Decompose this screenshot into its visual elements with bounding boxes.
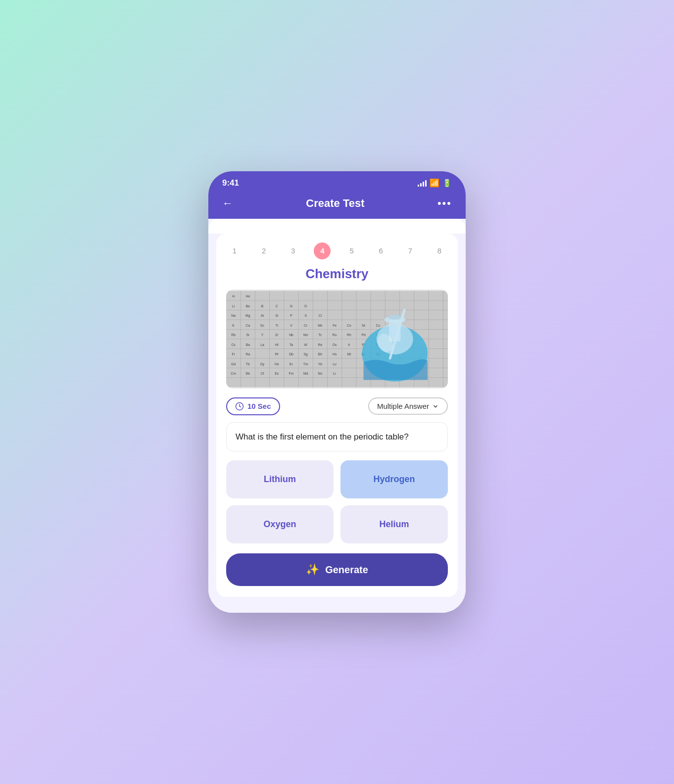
status-time: 9:41 (222, 178, 239, 188)
page-7[interactable]: 7 (402, 243, 419, 259)
svg-text:Ra: Ra (245, 352, 250, 356)
svg-text:Y: Y (261, 333, 264, 337)
page-6[interactable]: 6 (373, 243, 389, 259)
signal-icon (418, 180, 427, 187)
svg-text:Dy: Dy (260, 362, 265, 366)
svg-text:Pd: Pd (361, 333, 366, 337)
svg-text:Hs: Hs (333, 352, 337, 356)
page-8[interactable]: 8 (431, 243, 448, 259)
svg-text:Mn: Mn (318, 323, 323, 327)
svg-text:Gd: Gd (231, 362, 236, 365)
pagination (208, 219, 466, 234)
svg-text:Be: Be (246, 304, 250, 307)
wifi-icon: 📶 (430, 178, 439, 188)
question-type-badge[interactable]: Multiple Answer (368, 397, 448, 415)
clock-icon (235, 402, 244, 411)
svg-text:Cf: Cf (261, 372, 264, 375)
svg-text:Ru: Ru (333, 333, 337, 337)
svg-text:Al: Al (261, 314, 264, 317)
svg-text:W: W (304, 343, 307, 346)
svg-text:C: C (276, 304, 278, 307)
status-icons: 📶 🔋 (418, 178, 452, 188)
svg-text:Ni: Ni (362, 323, 365, 327)
svg-text:Rh: Rh (347, 333, 351, 337)
page-4-active[interactable]: 4 (314, 243, 331, 259)
svg-text:Bk: Bk (246, 372, 250, 375)
svg-text:Na: Na (231, 314, 236, 317)
battery-icon: 🔋 (442, 179, 452, 188)
svg-text:Sr: Sr (246, 333, 250, 337)
svg-text:Er: Er (289, 362, 293, 365)
svg-text:Es: Es (275, 372, 279, 375)
svg-text:Mt: Mt (347, 352, 351, 356)
svg-text:Cs: Cs (231, 343, 236, 346)
generate-icon: ✨ (306, 563, 319, 576)
svg-text:Cl: Cl (319, 314, 322, 317)
svg-text:Ho: Ho (275, 362, 279, 365)
svg-text:Sg: Sg (304, 352, 308, 356)
svg-text:Md: Md (303, 372, 308, 375)
page-title: Create Test (306, 197, 364, 210)
question-text: What is the first element on the periodi… (226, 422, 448, 452)
svg-text:No: No (318, 372, 323, 375)
question-card: 1 2 3 4 5 6 7 8 Chemistry (216, 234, 458, 597)
svg-text:O: O (304, 304, 307, 307)
svg-text:Ba: Ba (246, 343, 250, 346)
page-2[interactable]: 2 (255, 243, 272, 259)
svg-text:Tb: Tb (246, 362, 250, 365)
question-type-label: Multiple Answer (377, 402, 429, 410)
svg-point-109 (388, 315, 401, 320)
svg-text:Ti: Ti (276, 323, 279, 327)
svg-text:Lr: Lr (333, 372, 337, 375)
svg-text:Ca: Ca (245, 323, 250, 327)
svg-text:Fr: Fr (232, 352, 235, 356)
svg-text:Bh: Bh (318, 352, 323, 356)
meta-row: 10 Sec Multiple Answer (226, 397, 448, 415)
svg-text:S: S (304, 314, 307, 317)
svg-text:Mg: Mg (245, 314, 250, 318)
content-area: 1 2 3 4 5 6 7 8 Chemistry (208, 219, 466, 613)
answer-hydrogen[interactable]: Hydrogen (340, 460, 448, 498)
svg-text:La: La (260, 343, 264, 346)
svg-text:Cr: Cr (304, 323, 308, 327)
svg-text:N: N (290, 304, 292, 307)
generate-label: Generate (325, 564, 368, 576)
svg-text:Si: Si (275, 314, 279, 317)
svg-text:Sc: Sc (260, 323, 265, 327)
svg-text:Mo: Mo (303, 333, 308, 337)
phone-frame: 9:41 📶 🔋 ← Create Test ••• 1 2 (208, 171, 466, 613)
svg-text:Db: Db (289, 352, 293, 356)
svg-text:Tm: Tm (303, 362, 308, 365)
page-1[interactable]: 1 (226, 243, 243, 259)
page-3[interactable]: 3 (285, 243, 301, 259)
page-5[interactable]: 5 (343, 243, 360, 259)
svg-text:H: H (232, 294, 235, 298)
svg-text:Zr: Zr (275, 333, 279, 337)
answer-helium[interactable]: Helium (340, 505, 448, 543)
back-button[interactable]: ← (222, 197, 233, 210)
svg-text:Nb: Nb (289, 333, 293, 337)
timer-value: 10 Sec (247, 402, 271, 410)
timer-badge[interactable]: 10 Sec (226, 397, 280, 415)
svg-text:Cu: Cu (376, 323, 380, 327)
svg-text:Cm: Cm (231, 372, 236, 375)
answer-lithium[interactable]: Lithium (226, 460, 334, 498)
svg-text:He: He (245, 294, 250, 298)
svg-text:V: V (290, 323, 292, 327)
more-options-button[interactable]: ••• (437, 197, 452, 210)
chemistry-image: H He Li Be B C N O Na Mg Al Si P S (226, 290, 448, 389)
svg-text:Fm: Fm (289, 372, 294, 375)
svg-text:Yb: Yb (318, 362, 323, 365)
answer-oxygen[interactable]: Oxygen (226, 505, 334, 543)
svg-text:Li: Li (232, 304, 235, 307)
status-bar: 9:41 📶 🔋 (208, 171, 466, 193)
svg-text:Rf: Rf (275, 352, 279, 356)
svg-text:B: B (261, 304, 264, 307)
svg-text:K: K (232, 323, 235, 327)
chevron-down-icon (432, 403, 439, 410)
generate-button[interactable]: ✨ Generate (226, 553, 448, 586)
svg-text:Co: Co (347, 323, 351, 327)
svg-text:P: P (290, 314, 292, 317)
svg-text:Rb: Rb (231, 333, 236, 337)
svg-text:Ta: Ta (289, 343, 293, 346)
